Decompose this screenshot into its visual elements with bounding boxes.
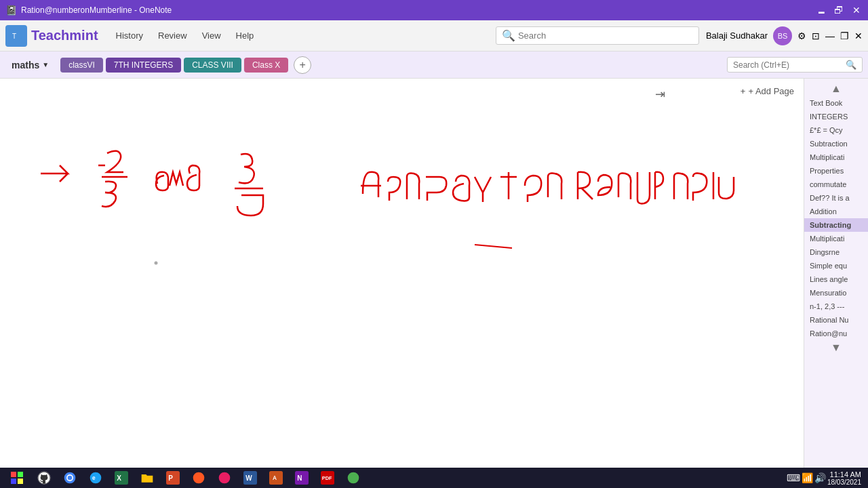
svg-text:e: e [92, 474, 96, 481]
sidebar-item-addition[interactable]: Addition [804, 205, 868, 218]
win-minimize-button[interactable]: — [825, 30, 835, 41]
tab-7th-integers[interactable]: 7TH INTEGERS [106, 58, 181, 73]
close-button[interactable]: ✕ [850, 4, 863, 16]
ribbon-search-input[interactable] [733, 60, 846, 70]
taskbar-app7[interactable] [212, 469, 237, 487]
svg-text:X: X [117, 474, 121, 482]
svg-text:PDF: PDF [322, 475, 332, 481]
add-page-button[interactable]: + + Add Page [736, 84, 798, 98]
sidebar-item-integers[interactable]: INTEGERS [804, 110, 868, 123]
add-page-label: + Add Page [748, 86, 794, 96]
sidebar-scroll-down[interactable]: ▼ [804, 340, 868, 355]
search-icon: 🔍 [502, 29, 515, 42]
win-restore-button[interactable]: ❐ [840, 30, 849, 41]
svg-rect-5 [11, 479, 16, 484]
nav-menu: History Review View Help [109, 28, 261, 43]
user-name: Balaji Sudhakar [706, 30, 768, 41]
sidebar-item-n123[interactable]: n-1, 2,3 --- [804, 300, 868, 313]
nav-review[interactable]: Review [151, 28, 194, 43]
user-area: Balaji Sudhakar BS ⚙ ⊡ — ❐ ✕ [706, 26, 863, 45]
sidebar-item-eqcy[interactable]: £*£ = Qcy [804, 123, 868, 137]
svg-point-17 [193, 472, 205, 484]
window-controls[interactable]: 🗕 🗗 ✕ [815, 4, 863, 16]
notebook-name: maths [12, 60, 39, 70]
search-bar[interactable]: 🔍 [496, 26, 699, 45]
sidebar-item-rationnu[interactable]: Ration@nu [804, 327, 868, 340]
taskbar-ppt[interactable]: P [161, 469, 185, 487]
taskbar-chrome[interactable] [58, 469, 82, 487]
add-tab-button[interactable]: + [294, 56, 311, 74]
svg-text:A: A [273, 474, 277, 481]
sidebar-item-def[interactable]: Def?? It is a [804, 191, 868, 205]
taskbar-browser[interactable] [341, 469, 366, 487]
svg-point-18 [219, 472, 231, 484]
sidebar-item-multiplicati1[interactable]: Multiplicati [804, 150, 868, 164]
main-area: + + Add Page ⇥ [0, 79, 868, 468]
network-icon[interactable]: 📶 [802, 472, 813, 483]
notebook-title[interactable]: maths ▼ [5, 57, 55, 73]
minimize-button[interactable]: 🗕 [815, 4, 827, 16]
nav-view[interactable]: View [195, 28, 228, 43]
collapse-sidebar-button[interactable]: ⇥ [652, 84, 668, 104]
sidebar-item-textbook[interactable]: Text Book [804, 96, 868, 110]
taskbar-ie[interactable]: e [83, 469, 108, 487]
title-text: Ration@numberonMumberline - OneNote [21, 5, 172, 15]
taskbar-pdf[interactable]: PDF [315, 469, 340, 487]
title-bar: 📓 Ration@numberonMumberline - OneNote 🗕 … [0, 0, 868, 20]
ribbon-bar: maths ▼ classVI 7TH INTEGERS CLASS VIII … [0, 52, 868, 79]
notebook-dropdown-icon[interactable]: ▼ [42, 61, 49, 68]
sidebar-item-lines-angle[interactable]: Lines angle [804, 272, 868, 286]
search-input[interactable] [518, 30, 693, 41]
keyboard-icon[interactable]: ⌨ [787, 472, 800, 483]
taskbar-github[interactable] [32, 469, 56, 487]
sidebar-item-multiplicati2[interactable]: Multiplicati [804, 232, 868, 245]
taskbar-clock[interactable]: 11:14 AM 18/03/2021 [827, 470, 865, 486]
nav-history[interactable]: History [109, 28, 150, 43]
sidebar-item-properties[interactable]: Properties [804, 164, 868, 178]
sidebar-item-simple-equ[interactable]: Simple equ [804, 259, 868, 272]
time-display: 11:14 AM [827, 470, 861, 479]
handwriting-canvas [0, 85, 746, 424]
tab-classvi[interactable]: classVI [60, 58, 103, 73]
account-options-button[interactable]: ⚙ [797, 30, 806, 41]
sidebar-item-subtracting[interactable]: Subtracting [804, 218, 868, 232]
taskbar-system-tray: ⌨ 📶 🔊 11:14 AM 18/03/2021 [787, 470, 865, 486]
date-display: 18/03/2021 [827, 479, 861, 486]
ribbon-search[interactable]: 🔍 [727, 57, 863, 73]
svg-text:N: N [297, 474, 302, 482]
note-canvas[interactable]: + + Add Page ⇥ [0, 79, 804, 468]
restore-button[interactable]: 🗗 [833, 4, 845, 16]
taskbar-onenote[interactable]: N [290, 469, 314, 487]
taskbar-app6[interactable] [186, 469, 211, 487]
svg-point-10 [68, 476, 73, 481]
nav-help[interactable]: Help [229, 28, 261, 43]
svg-text:T: T [12, 33, 16, 40]
logo-icon: T [5, 25, 27, 47]
win-close-button[interactable]: ✕ [854, 30, 863, 41]
maximize-button[interactable]: ⊡ [812, 30, 820, 41]
taskbar-folder[interactable] [135, 469, 159, 487]
svg-rect-3 [11, 472, 16, 477]
title-bar-left: 📓 Ration@numberonMumberline - OneNote [5, 5, 172, 16]
tab-class-viii[interactable]: CLASS VIII [184, 58, 241, 73]
app-bar: T Teachmint History Review View Help 🔍 B… [0, 20, 868, 52]
svg-point-2 [155, 262, 158, 265]
user-avatar: BS [773, 26, 792, 45]
sidebar-scroll-up[interactable]: ▲ [804, 81, 868, 96]
sidebar-item-commutate[interactable]: commutate [804, 178, 868, 191]
tab-class-x[interactable]: Class X [244, 58, 288, 73]
add-page-plus-icon: + [741, 86, 746, 96]
sidebar-item-rational-nu[interactable]: Rational Nu [804, 313, 868, 327]
svg-point-27 [348, 472, 359, 484]
start-button[interactable] [3, 469, 31, 487]
sidebar-item-subtraction[interactable]: Subtraction [804, 137, 868, 150]
sidebar-items: Text Book INTEGERS £*£ = Qcy Subtraction… [804, 96, 868, 340]
sidebar-item-dingsrne[interactable]: Dingsrne [804, 245, 868, 259]
sidebar-item-mensuratio[interactable]: Mensuratio [804, 286, 868, 300]
svg-rect-6 [18, 479, 23, 484]
taskbar-app9[interactable]: A [264, 469, 288, 487]
taskbar-excel[interactable]: X [109, 469, 134, 487]
svg-text:P: P [168, 474, 173, 482]
volume-icon[interactable]: 🔊 [814, 472, 826, 483]
taskbar-word[interactable]: W [238, 469, 262, 487]
